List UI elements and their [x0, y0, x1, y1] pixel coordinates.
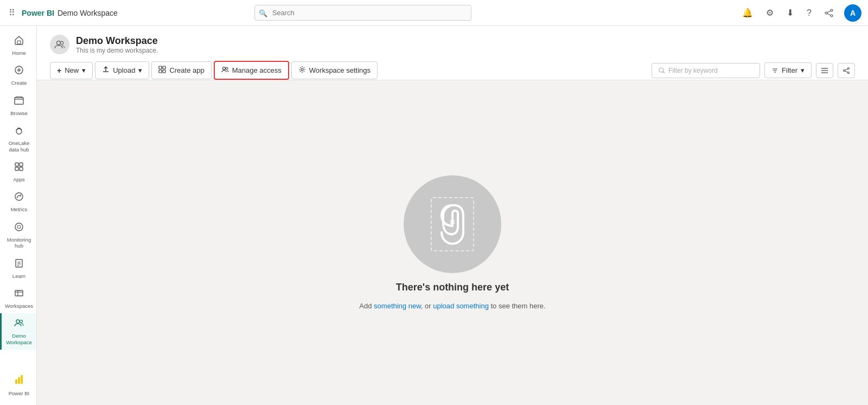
svg-point-30	[57, 41, 61, 45]
sidebar-item-apps-label: Apps	[13, 176, 25, 182]
settings-icon[interactable]: ⚙	[764, 5, 776, 20]
share-icon[interactable]	[822, 7, 835, 20]
plus-icon: +	[57, 66, 61, 75]
sidebar-item-onelake[interactable]: OneLake data hub	[0, 121, 36, 157]
search-icon: 🔍	[259, 9, 267, 17]
svg-line-3	[827, 11, 831, 12]
search-bar[interactable]: 🔍	[254, 5, 471, 21]
svg-line-4	[827, 14, 831, 15]
svg-rect-11	[15, 163, 18, 166]
workspace-settings-button-label: Workspace settings	[309, 66, 371, 74]
avatar[interactable]: A	[844, 4, 861, 22]
sidebar-item-metrics[interactable]: Metrics	[0, 187, 36, 217]
demoworkspace-icon	[14, 318, 24, 331]
filter-chevron-icon: ▾	[801, 66, 805, 74]
nav-brand: Power BI Demo Workspace	[22, 9, 118, 17]
sidebar-item-metrics-label: Metrics	[11, 206, 28, 212]
svg-point-0	[831, 9, 833, 11]
sidebar-item-home-label: Home	[12, 50, 25, 56]
svg-point-17	[17, 225, 21, 229]
svg-rect-5	[17, 41, 21, 44]
svg-point-39	[659, 68, 663, 72]
svg-point-1	[831, 15, 833, 17]
toolbar: + New ▾ Upload ▾ Create app	[50, 61, 855, 80]
sidebar-item-workspaces-label: Workspaces	[5, 303, 33, 309]
sidebar-item-browse[interactable]: Browse	[0, 91, 36, 121]
svg-rect-12	[20, 163, 23, 166]
brand-powerbi-label: Power BI	[22, 9, 54, 17]
sidebar-item-onelake-label: OneLake data hub	[4, 140, 34, 153]
svg-rect-27	[15, 379, 17, 384]
workspace-subtitle: This is my demo workspace.	[76, 47, 158, 54]
new-button[interactable]: + New ▾	[50, 62, 93, 79]
empty-state: ✦ ✦ ✦ ✦ There's nothing here yet Add som…	[37, 80, 868, 405]
filter-keyword-placeholder: Filter by keyword	[668, 67, 718, 74]
learn-icon	[14, 258, 24, 271]
svg-point-49	[844, 69, 845, 71]
search-input[interactable]	[254, 5, 471, 21]
svg-point-15	[15, 193, 23, 200]
svg-line-40	[663, 72, 665, 73]
sidebar-item-create[interactable]: Create	[0, 60, 36, 90]
help-icon[interactable]: ?	[805, 6, 814, 20]
svg-point-47	[848, 67, 850, 69]
grid-icon[interactable]: ⠿	[7, 5, 17, 20]
download-icon[interactable]: ⬇	[784, 5, 796, 20]
svg-rect-22	[15, 290, 23, 296]
svg-rect-9	[15, 98, 23, 104]
sidebar-item-home[interactable]: Home	[0, 30, 36, 60]
brand-workspace-label[interactable]: Demo Workspace	[58, 9, 118, 17]
sidebar-item-powerbi[interactable]: Power BI	[0, 370, 36, 401]
workspaces-icon	[14, 288, 24, 301]
svg-point-25	[16, 320, 20, 323]
svg-point-36	[222, 67, 225, 70]
svg-rect-14	[20, 167, 23, 170]
svg-point-37	[226, 67, 228, 69]
top-nav: ⠿ Power BI Demo Workspace 🔍 🔔 ⚙ ⬇ ? A	[0, 0, 868, 26]
svg-point-10	[16, 129, 22, 134]
svg-rect-34	[159, 70, 162, 73]
share-view-button[interactable]	[838, 63, 855, 78]
sidebar-item-monitoring[interactable]: Monitoring hub	[0, 217, 36, 254]
create-icon	[14, 65, 24, 78]
svg-line-50	[845, 68, 847, 69]
nav-right-icons: 🔔 ⚙ ⬇ ? A	[740, 4, 861, 22]
main-layout: Home Create Browse OneLake data hub Apps	[0, 26, 868, 405]
svg-rect-13	[15, 167, 18, 170]
create-app-button-label: Create app	[169, 66, 204, 74]
sidebar-item-demoworkspace[interactable]: Demo Workspace	[0, 313, 36, 350]
empty-link-upload[interactable]: upload something	[433, 302, 489, 310]
svg-point-48	[848, 72, 850, 73]
sparkle-br: ✦	[450, 217, 456, 225]
sidebar-item-workspaces[interactable]: Workspaces	[0, 283, 36, 313]
manage-access-icon	[221, 66, 229, 75]
workspace-title: Demo Workspace	[76, 35, 158, 47]
sidebar-item-learn[interactable]: Learn	[0, 254, 36, 283]
apps-icon	[14, 161, 24, 175]
workspace-title-row: Demo Workspace This is my demo workspace…	[50, 35, 855, 54]
empty-link-new[interactable]: something new	[374, 302, 421, 310]
empty-title: There's nothing here yet	[396, 282, 509, 293]
svg-rect-29	[21, 375, 23, 384]
home-icon	[14, 35, 24, 48]
notification-icon[interactable]: 🔔	[740, 5, 755, 20]
content-area: Demo Workspace This is my demo workspace…	[37, 26, 868, 405]
svg-rect-33	[163, 66, 165, 69]
workspace-settings-button[interactable]: Workspace settings	[291, 61, 378, 79]
sidebar-item-learn-label: Learn	[12, 273, 25, 279]
upload-icon	[102, 66, 110, 75]
new-chevron-icon: ▾	[82, 66, 86, 74]
svg-point-38	[301, 68, 303, 71]
workspace-avatar-icon	[50, 35, 69, 54]
create-app-button[interactable]: Create app	[151, 61, 211, 79]
metrics-icon	[14, 191, 24, 205]
sidebar-item-powerbi-label: Power BI	[9, 390, 30, 396]
upload-button[interactable]: Upload ▾	[95, 61, 149, 79]
filter-button[interactable]: Filter ▾	[764, 62, 812, 78]
sidebar-item-apps[interactable]: Apps	[0, 157, 36, 187]
filter-button-label: Filter	[782, 66, 797, 74]
filter-keyword-input[interactable]: Filter by keyword	[652, 63, 760, 78]
manage-access-button[interactable]: Manage access	[214, 61, 289, 80]
svg-rect-35	[163, 70, 165, 73]
list-view-button[interactable]	[816, 63, 833, 78]
